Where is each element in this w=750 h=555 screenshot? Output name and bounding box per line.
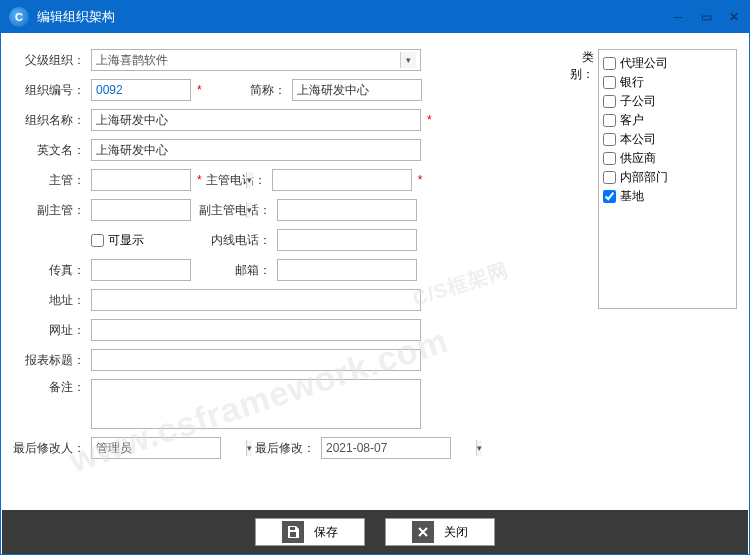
category-checkbox[interactable] xyxy=(603,76,616,89)
vice-manager-combo[interactable]: ▾ xyxy=(91,199,191,221)
required-mark: * xyxy=(427,113,432,127)
visible-checkbox[interactable] xyxy=(91,234,104,247)
category-item[interactable]: 子公司 xyxy=(603,92,732,111)
save-button-label: 保存 xyxy=(314,524,338,541)
modified-by-label: 最后修改人： xyxy=(13,440,91,457)
category-item[interactable]: 本公司 xyxy=(603,130,732,149)
eng-name-label: 英文名： xyxy=(13,142,91,159)
category-item-label: 子公司 xyxy=(620,93,656,110)
modified-at-combo[interactable]: ▾ xyxy=(321,437,451,459)
parent-org-combo[interactable]: ▾ xyxy=(91,49,421,71)
vice-manager-input[interactable] xyxy=(96,201,246,219)
category-item[interactable]: 基地 xyxy=(603,187,732,206)
remark-label: 备注： xyxy=(13,379,91,396)
category-item-label: 本公司 xyxy=(620,131,656,148)
vice-manager-tel-input[interactable] xyxy=(277,199,417,221)
org-code-input[interactable] xyxy=(91,79,191,101)
category-label: 类别： xyxy=(562,49,598,83)
chevron-down-icon: ▾ xyxy=(246,440,252,456)
modified-by-combo[interactable]: ▾ xyxy=(91,437,221,459)
address-label: 地址： xyxy=(13,292,91,309)
report-title-input[interactable] xyxy=(91,349,421,371)
category-item-label: 内部部门 xyxy=(620,169,668,186)
manager-tel-input[interactable] xyxy=(272,169,412,191)
visible-checkbox-label: 可显示 xyxy=(108,232,144,249)
category-checkbox[interactable] xyxy=(603,95,616,108)
window-title: 编辑组织架构 xyxy=(37,8,671,26)
org-name-label: 组织名称： xyxy=(13,112,91,129)
report-title-label: 报表标题： xyxy=(13,352,91,369)
email-label: 邮箱： xyxy=(191,262,277,279)
manager-label: 主管： xyxy=(13,172,91,189)
manager-input[interactable] xyxy=(96,171,246,189)
chevron-down-icon: ▾ xyxy=(246,202,252,218)
category-checkbox[interactable] xyxy=(603,57,616,70)
parent-org-input xyxy=(96,51,400,69)
short-name-label: 简称： xyxy=(202,82,292,99)
category-item-label: 银行 xyxy=(620,74,644,91)
category-item-label: 基地 xyxy=(620,188,644,205)
category-item-label: 客户 xyxy=(620,112,644,129)
visible-checkbox-wrap[interactable]: 可显示 xyxy=(91,232,191,249)
vice-manager-label: 副主管： xyxy=(13,202,91,219)
category-item[interactable]: 代理公司 xyxy=(603,54,732,73)
category-item-label: 供应商 xyxy=(620,150,656,167)
chevron-down-icon: ▾ xyxy=(400,52,416,68)
category-item[interactable]: 银行 xyxy=(603,73,732,92)
website-input[interactable] xyxy=(91,319,421,341)
chevron-down-icon: ▾ xyxy=(246,172,252,188)
fax-input[interactable] xyxy=(91,259,191,281)
fax-label: 传真： xyxy=(13,262,91,279)
eng-name-input[interactable] xyxy=(91,139,421,161)
category-item-label: 代理公司 xyxy=(620,55,668,72)
modified-by-input xyxy=(96,439,246,457)
required-mark: * xyxy=(418,173,423,187)
save-icon xyxy=(282,521,304,543)
internal-tel-label: 内线电话： xyxy=(191,232,277,249)
modified-at-input xyxy=(326,439,476,457)
internal-tel-input[interactable] xyxy=(277,229,417,251)
short-name-input[interactable] xyxy=(292,79,422,101)
close-window-button[interactable]: ✕ xyxy=(727,10,741,24)
close-button-label: 关闭 xyxy=(444,524,468,541)
org-name-input[interactable] xyxy=(91,109,421,131)
category-list: 代理公司银行子公司客户本公司供应商内部部门基地 xyxy=(598,49,737,309)
chevron-down-icon: ▾ xyxy=(476,440,482,456)
category-checkbox[interactable] xyxy=(603,133,616,146)
minimize-button[interactable]: ─ xyxy=(671,10,685,24)
remark-textarea[interactable] xyxy=(91,379,421,429)
category-checkbox[interactable] xyxy=(603,171,616,184)
category-item[interactable]: 客户 xyxy=(603,111,732,130)
category-checkbox[interactable] xyxy=(603,152,616,165)
app-logo-icon: C xyxy=(9,7,29,27)
address-input[interactable] xyxy=(91,289,421,311)
category-item[interactable]: 供应商 xyxy=(603,149,732,168)
close-icon xyxy=(412,521,434,543)
title-bar: C 编辑组织架构 ─ ▭ ✕ xyxy=(1,1,749,33)
manager-combo[interactable]: ▾ xyxy=(91,169,191,191)
form-content: 父级组织： ▾ 组织编号： * 简称： 组织名称： * 英文名： 主管： xyxy=(1,33,749,493)
footer-bar: 保存 关闭 xyxy=(2,510,748,554)
org-code-label: 组织编号： xyxy=(13,82,91,99)
save-button[interactable]: 保存 xyxy=(255,518,365,546)
website-label: 网址： xyxy=(13,322,91,339)
parent-org-label: 父级组织： xyxy=(13,52,91,69)
close-button[interactable]: 关闭 xyxy=(385,518,495,546)
category-checkbox[interactable] xyxy=(603,114,616,127)
maximize-button[interactable]: ▭ xyxy=(699,10,713,24)
category-checkbox[interactable] xyxy=(603,190,616,203)
email-input[interactable] xyxy=(277,259,417,281)
category-item[interactable]: 内部部门 xyxy=(603,168,732,187)
